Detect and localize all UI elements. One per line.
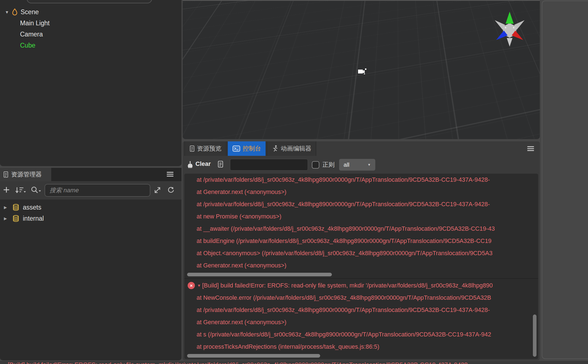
scene-viewport[interactable] — [183, 0, 540, 139]
caret-down-icon[interactable]: ▼ — [197, 279, 201, 292]
right-side-panel — [541, 0, 588, 360]
hierarchy-node-label: Scene — [21, 8, 39, 16]
search-filter-button[interactable] — [31, 186, 42, 194]
terminal-icon — [232, 145, 240, 152]
hierarchy-node-scene[interactable]: ▼ Scene — [0, 7, 182, 17]
assets-panel-title: 资源管理器 — [11, 170, 42, 179]
status-bar-error-message[interactable]: [Build] build failed!Error: EROFS: read-… — [8, 361, 470, 364]
tab-asset-preview[interactable]: 资源预览 — [184, 141, 227, 156]
database-icon — [12, 215, 19, 222]
caret-right-icon[interactable]: ▶ — [4, 216, 9, 221]
hamburger-icon — [527, 146, 534, 151]
regex-checkbox[interactable] — [312, 161, 319, 169]
search-icon — [31, 186, 42, 194]
tab-animation-editor[interactable]: 动画编辑器 — [267, 141, 316, 156]
log-line[interactable]: at s (/private/var/folders/d8/j_sr00c963… — [184, 328, 538, 341]
document-icon — [190, 145, 195, 152]
console-panel: 资源预览 控制台 — [183, 141, 540, 360]
hierarchy-search-input[interactable] — [27, 0, 152, 3]
regex-checkbox-label: 正则 — [322, 161, 335, 169]
editor-window: ▼ Scene Main Light Camera Cube — [0, 0, 588, 364]
hierarchy-node-cube[interactable]: Cube — [0, 40, 182, 51]
horizontal-scrollbar[interactable] — [187, 273, 332, 276]
log-line[interactable]: at NewConsole.error (/private/var/folder… — [184, 292, 538, 304]
error-icon: × — [188, 282, 195, 289]
right-panel-outline — [542, 1, 588, 359]
tab-label: 动画编辑器 — [281, 144, 312, 153]
export-log-button[interactable] — [218, 161, 223, 168]
tree-item-assets[interactable]: ▶ assets — [0, 202, 182, 213]
database-icon — [12, 204, 19, 211]
expand-all-button[interactable] — [154, 186, 161, 194]
hierarchy-node-label: Main Light — [20, 19, 50, 27]
refresh-icon — [167, 186, 175, 194]
scene-object-cube[interactable] — [357, 67, 368, 75]
tree-item-internal[interactable]: ▶ internal — [0, 213, 182, 224]
refresh-assets-button[interactable] — [167, 186, 175, 194]
tree-item-label: internal — [23, 215, 44, 222]
document-icon — [218, 161, 223, 168]
log-line[interactable]: at __awaiter (/private/var/folders/d8/j_… — [184, 223, 538, 235]
log-line[interactable]: at processTicksAndRejections (internal/p… — [184, 341, 538, 353]
log-level-value: all — [344, 161, 349, 168]
hierarchy-node-label-selected: Cube — [20, 42, 35, 49]
caret-down-icon[interactable]: ▼ — [4, 10, 10, 14]
assets-tabbar: 资源管理器 — [0, 168, 182, 181]
log-error-header[interactable]: [Build] build failed!Error: EROFS: read-… — [184, 279, 538, 292]
expand-icon — [154, 186, 161, 194]
hierarchy-node-main-light[interactable]: Main Light — [0, 18, 182, 28]
assets-toolbar — [0, 181, 182, 200]
vertical-scrollbar[interactable] — [533, 314, 536, 357]
add-asset-button[interactable] — [2, 186, 11, 193]
console-panel-menu-button[interactable] — [527, 146, 534, 151]
hierarchy-node-label: Camera — [20, 31, 43, 38]
clear-console-button[interactable] — [187, 161, 194, 169]
console-toolbar: Clear 正则 all ▼ — [183, 156, 540, 174]
sort-assets-button[interactable] — [15, 186, 26, 194]
runner-icon — [272, 145, 278, 152]
hamburger-icon — [166, 171, 174, 177]
console-search-input[interactable] — [230, 159, 308, 171]
brush-icon — [187, 161, 194, 169]
document-icon — [3, 171, 8, 178]
tab-label: 资源预览 — [197, 144, 222, 153]
tab-label: 控制台 — [243, 144, 261, 153]
clear-button-label[interactable]: Clear — [195, 160, 211, 168]
tab-assets-manager[interactable]: 资源管理器 — [0, 168, 51, 181]
log-line[interactable]: at buildEngine (/private/var/folders/d8/… — [184, 235, 538, 247]
log-line[interactable]: at Generator.next (<anonymous>) — [184, 186, 538, 198]
log-line[interactable]: at /private/var/folders/d8/j_sr00c963z_4… — [184, 304, 538, 316]
tab-console[interactable]: 控制台 — [227, 141, 266, 156]
log-line[interactable]: at new Promise (<anonymous>) — [184, 210, 538, 223]
log-line[interactable]: at Generator.next (<anonymous>) — [184, 316, 538, 328]
assets-search-input[interactable] — [45, 184, 150, 197]
tree-item-label: assets — [23, 204, 41, 211]
assets-panel-menu-button[interactable] — [166, 171, 174, 177]
console-log-area[interactable]: at /private/var/folders/d8/j_sr00c963z_4… — [184, 174, 538, 359]
hierarchy-node-camera[interactable]: Camera — [0, 29, 182, 40]
log-level-dropdown[interactable]: all ▼ — [339, 159, 375, 171]
orientation-gizmo[interactable] — [487, 6, 533, 52]
horizontal-scrollbar[interactable] — [187, 354, 320, 358]
log-line[interactable]: at Object.<anonymous> (/private/var/fold… — [184, 247, 538, 259]
chevron-down-icon: ▼ — [367, 163, 371, 167]
sort-icon — [15, 186, 26, 194]
log-line[interactable]: at /private/var/folders/d8/j_sr00c963z_4… — [184, 174, 538, 186]
scene-flame-icon — [12, 8, 18, 16]
log-line[interactable]: at /private/var/folders/d8/j_sr00c963z_4… — [184, 198, 538, 210]
log-group-divider — [184, 278, 538, 279]
caret-right-icon[interactable]: ▶ — [4, 205, 9, 210]
hierarchy-panel: ▼ Scene Main Light Camera Cube — [0, 0, 182, 166]
console-tabbar: 资源预览 控制台 — [183, 141, 540, 156]
log-line[interactable]: at Generator.next (<anonymous>) — [184, 259, 538, 272]
assets-panel: 资源管理器 — [0, 168, 182, 360]
status-bar: [Build] build failed!Error: EROFS: read-… — [0, 361, 588, 364]
